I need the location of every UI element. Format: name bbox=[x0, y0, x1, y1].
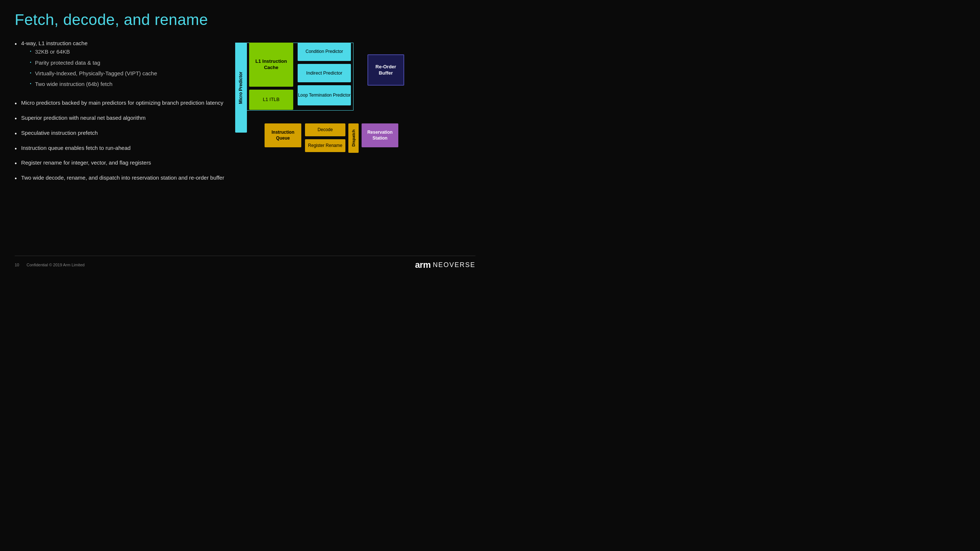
bullet-1-text: 4-way, L1 instruction cache bbox=[21, 40, 88, 46]
l1-instruction-cache-box: L1 Instruction Cache bbox=[249, 43, 293, 87]
bullet-2-text: Micro predictors backed by main predicto… bbox=[21, 98, 223, 107]
sub-dot: • bbox=[30, 70, 32, 76]
instruction-queue-box: Instruction Queue bbox=[264, 124, 301, 147]
bullet-3: • Superior prediction with neural net ba… bbox=[15, 113, 228, 124]
bullet-1-sub-2: • Parity protected data & tag bbox=[30, 59, 157, 67]
reorder-buffer-box: Re-Order Buffer bbox=[368, 54, 404, 86]
bullet-6: • Register rename for integer, vector, a… bbox=[15, 158, 228, 168]
copyright: Confidential © 2019 Arm Limited bbox=[27, 263, 84, 267]
diagram-section: Micro Predictor L1 Instruction Cache L1 … bbox=[235, 39, 485, 259]
bullet-1-sub-4: • Two wide instruction (64b) fetch bbox=[30, 80, 157, 88]
condition-predictor-box: Condition Predictor bbox=[298, 43, 351, 61]
sub-dot: • bbox=[30, 49, 32, 54]
bullet-dot-4: • bbox=[15, 129, 17, 138]
bullet-1-sub-3: • Virtually-Indexed, Physically-Tagged (… bbox=[30, 69, 157, 78]
bullet-2: • Micro predictors backed by main predic… bbox=[15, 98, 228, 108]
bullet-1-sub-1: • 32KB or 64KB bbox=[30, 48, 157, 56]
bullet-dot-7: • bbox=[15, 174, 17, 183]
micro-predictor-box: Micro Predictor bbox=[235, 43, 247, 133]
bullet-7: • Two wide decode, rename, and dispatch … bbox=[15, 173, 228, 183]
bullet-dot-5: • bbox=[15, 144, 17, 154]
slide-title: Fetch, decode, and rename bbox=[15, 11, 476, 29]
l1-itlb-box: L1 ITLB bbox=[249, 90, 293, 110]
arm-logo: arm NEOVERSE bbox=[415, 260, 476, 270]
bullet-4: • Speculative instruction prefetch bbox=[15, 129, 228, 138]
reservation-station-box: Reservation Station bbox=[361, 124, 398, 147]
bullet-5: • Instruction queue enables fetch to run… bbox=[15, 144, 228, 154]
footer-left: 10 Confidential © 2019 Arm Limited bbox=[15, 263, 84, 267]
slide: Fetch, decode, and rename • 4-way, L1 in… bbox=[0, 0, 490, 275]
bullet-6-text: Register rename for integer, vector, and… bbox=[21, 158, 151, 167]
bullet-1: • 4-way, L1 instruction cache • 32KB or … bbox=[15, 39, 228, 93]
bullet-dot-2: • bbox=[15, 99, 17, 108]
bullet-1-subs: • 32KB or 64KB • Parity protected data &… bbox=[21, 48, 157, 88]
bullets-section: • 4-way, L1 instruction cache • 32KB or … bbox=[15, 39, 228, 259]
sub-dot: • bbox=[30, 59, 32, 65]
bullet-5-text: Instruction queue enables fetch to run-a… bbox=[21, 144, 131, 152]
indirect-predictor-box: Indirect Predictor bbox=[298, 64, 351, 82]
dispatch-box: Dispatch bbox=[348, 124, 359, 153]
bullet-7-text: Two wide decode, rename, and dispatch in… bbox=[21, 173, 224, 182]
neoverse-text: NEOVERSE bbox=[433, 261, 476, 269]
footer: 10 Confidential © 2019 Arm Limited arm N… bbox=[15, 256, 476, 270]
arm-brand: arm bbox=[415, 260, 431, 270]
bullet-dot-1: • bbox=[15, 40, 17, 49]
bullet-dot-6: • bbox=[15, 159, 17, 168]
bullet-3-text: Superior prediction with neural net base… bbox=[21, 113, 146, 122]
content-area: • 4-way, L1 instruction cache • 32KB or … bbox=[15, 39, 476, 259]
loop-termination-box: Loop Termination Predictor bbox=[298, 85, 351, 105]
register-rename-box: Register Rename bbox=[305, 139, 345, 152]
decode-box: Decode bbox=[305, 124, 345, 136]
page-number: 10 bbox=[15, 263, 19, 267]
bullet-dot-3: • bbox=[15, 114, 17, 124]
sub-dot: • bbox=[30, 81, 32, 87]
bullet-4-text: Speculative instruction prefetch bbox=[21, 129, 98, 137]
